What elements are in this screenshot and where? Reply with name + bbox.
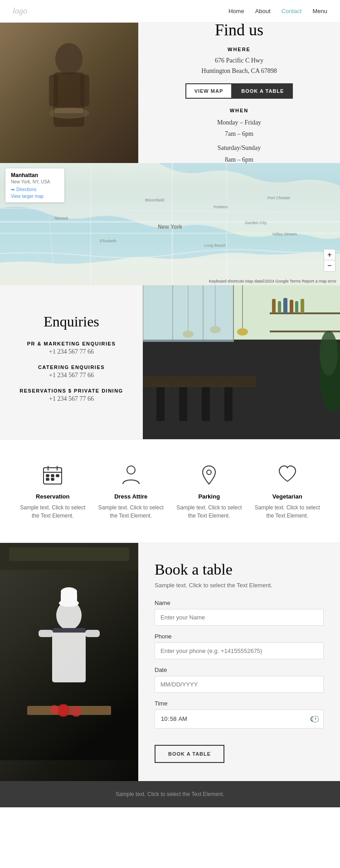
svg-point-68 xyxy=(207,470,211,475)
pr-phone: +1 234 567 77 66 xyxy=(27,348,116,355)
map-section: New York Newark Yonkers Long Beach Eliza… xyxy=(0,163,340,285)
svg-point-42 xyxy=(237,328,248,336)
svg-rect-28 xyxy=(156,385,165,421)
svg-point-67 xyxy=(127,466,135,474)
map-copyright: Keyboard shortcuts Map data©2024 Google … xyxy=(209,279,336,283)
svg-rect-36 xyxy=(143,376,256,387)
svg-rect-5 xyxy=(80,75,89,106)
reservation-title: Reservation xyxy=(16,493,89,500)
time-label: Time xyxy=(155,700,324,707)
phone-input[interactable] xyxy=(155,643,324,659)
svg-point-82 xyxy=(57,704,70,717)
svg-text:New York: New York xyxy=(158,224,182,230)
svg-rect-79 xyxy=(39,630,53,637)
larger-map-link[interactable]: View larger map xyxy=(11,194,59,199)
map-zoom-controls[interactable]: + − xyxy=(324,249,335,272)
directions-link[interactable]: ➡ Directions xyxy=(11,187,59,192)
restaurant-image xyxy=(0,23,138,163)
date-input[interactable] xyxy=(155,676,324,693)
svg-text:Elizabeth: Elizabeth xyxy=(100,239,117,243)
enquiries-content: Enquiries PR & MARKETING ENQUIRIES +1 23… xyxy=(0,285,143,439)
footer-text: Sample text. Click to select the Text El… xyxy=(13,791,327,797)
svg-rect-54 xyxy=(295,301,298,313)
svg-rect-30 xyxy=(179,385,187,421)
catering-label: CATERING ENQUIRIES xyxy=(38,364,105,370)
book-form-area: Book a table Sample text. Click to selec… xyxy=(138,543,340,781)
feature-reservation: Reservation Sample text. Click to select… xyxy=(16,462,89,520)
catering-phone: +1 234 567 77 66 xyxy=(38,372,105,379)
name-label: Name xyxy=(155,599,324,606)
feature-vegetarian: Vegetarian Sample text. Click to select … xyxy=(251,462,324,520)
vegetarian-text: Sample text. Click to select the Text El… xyxy=(251,504,324,520)
clock-icon: 🕐 xyxy=(311,715,319,723)
book-table-button-top[interactable]: BOOK A TABLE xyxy=(232,83,293,99)
nav-menu[interactable]: Menu xyxy=(312,8,327,14)
svg-rect-77 xyxy=(52,628,86,682)
svg-text:Garden City: Garden City xyxy=(245,221,267,225)
reservations-phone: +1 234 567 77 66 xyxy=(19,395,123,403)
find-us-content: Find us WHERE 676 Pacific C Hwy Huntingt… xyxy=(138,23,340,163)
map-location-sub: New York, NY, USA xyxy=(11,179,59,184)
svg-rect-32 xyxy=(202,385,210,421)
find-us-section: Find us WHERE 676 Pacific C Hwy Huntingt… xyxy=(0,23,340,163)
pr-label: PR & MARKETING ENQUIRIES xyxy=(27,341,116,346)
svg-rect-72 xyxy=(9,547,129,561)
svg-point-2 xyxy=(55,43,83,75)
svg-rect-7 xyxy=(54,108,83,113)
enquiries-title: Enquiries xyxy=(44,313,99,330)
main-nav: Home About Contact Menu xyxy=(228,8,327,14)
book-subtitle: Sample text. Click to select the Text El… xyxy=(155,582,324,589)
svg-point-83 xyxy=(71,706,82,717)
vegetarian-title: Vegetarian xyxy=(251,493,324,500)
phone-field-group: Phone xyxy=(155,633,324,659)
svg-text:Yonkers: Yonkers xyxy=(213,205,228,209)
reservations-enquiry: RESERVATIONS $ PRIVATE DINING +1 234 567… xyxy=(19,388,123,403)
location-icon xyxy=(196,462,222,488)
kitchen-image xyxy=(0,543,138,781)
svg-rect-55 xyxy=(301,299,304,313)
time-field-group: Time 🕐 xyxy=(155,700,324,729)
book-table-submit-button[interactable]: BOOK A TABLE xyxy=(155,745,224,763)
name-field-group: Name xyxy=(155,599,324,626)
parking-text: Sample text. Click to select the Text El… xyxy=(173,504,245,520)
parking-title: Parking xyxy=(173,493,245,500)
svg-rect-51 xyxy=(278,301,281,313)
svg-text:Bloomfield: Bloomfield xyxy=(145,198,164,202)
zoom-in-button[interactable]: + xyxy=(324,249,335,260)
svg-rect-62 xyxy=(46,475,49,477)
when-label: WHEN xyxy=(230,108,249,113)
reservations-label: RESERVATIONS $ PRIVATE DINING xyxy=(19,388,123,393)
zoom-out-button[interactable]: − xyxy=(324,260,335,271)
svg-rect-64 xyxy=(56,475,59,477)
map-overlay: Manhattan New York, NY, USA ➡ Directions… xyxy=(5,168,64,202)
view-map-button[interactable]: VIEW MAP xyxy=(185,83,233,99)
time-input[interactable] xyxy=(155,710,324,729)
catering-enquiry: CATERING ENQUIRIES +1 234 567 77 66 xyxy=(38,364,105,379)
svg-rect-78 xyxy=(52,628,86,633)
book-title: Book a table xyxy=(155,561,324,578)
svg-rect-4 xyxy=(49,75,58,106)
nav-about[interactable]: About xyxy=(255,8,271,14)
svg-text:Newark: Newark xyxy=(54,216,68,221)
svg-rect-66 xyxy=(51,478,54,480)
date-label: Date xyxy=(155,667,324,673)
svg-rect-63 xyxy=(51,475,54,477)
map-location-name: Manhattan xyxy=(11,172,59,178)
nav-home[interactable]: Home xyxy=(228,8,244,14)
svg-rect-50 xyxy=(272,299,276,313)
nav-contact[interactable]: Contact xyxy=(282,8,302,14)
where-label: WHERE xyxy=(228,47,251,52)
svg-point-84 xyxy=(50,705,59,714)
name-input[interactable] xyxy=(155,609,324,626)
reservation-text: Sample text. Click to select the Text El… xyxy=(16,504,89,520)
svg-text:Valley Stream: Valley Stream xyxy=(272,232,297,236)
feature-parking: Parking Sample text. Click to select the… xyxy=(173,462,245,520)
svg-rect-43 xyxy=(143,285,233,342)
person-icon xyxy=(118,462,144,488)
date-field-group: Date xyxy=(155,667,324,693)
svg-rect-34 xyxy=(224,385,233,421)
dress-attire-title: Dress Attire xyxy=(95,493,167,500)
logo: logo xyxy=(13,6,27,16)
action-buttons: VIEW MAP BOOK A TABLE xyxy=(185,83,293,99)
svg-rect-52 xyxy=(283,298,287,313)
